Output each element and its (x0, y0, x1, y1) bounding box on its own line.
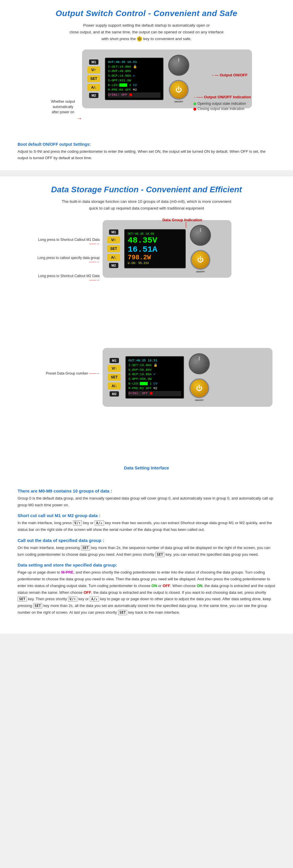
device1-lcd: SET:40.35 18.00 48.35V 16.51A 798.2W U-I… (124, 229, 186, 268)
key-a-down2: A/↓ (90, 596, 99, 602)
lcd-line-3: S-OVP:49.00V (108, 69, 160, 74)
ann-auto-power: Whether output automaticallyafter power … (44, 99, 82, 123)
device1-controls: ⏻ ON/OFF (190, 225, 211, 273)
lcd-line-1: OUT:48.35 16.51 (108, 60, 160, 65)
d2-lcd-5: S-OPP:958.0W (128, 377, 181, 382)
device1: M1 V/↑ SET A/↓ M2 SET:40.35 18.00 48.35V… (102, 220, 232, 278)
ann-left-col1: Long press to Shortcut Callout M1 Data —… (32, 238, 99, 282)
lcd-line-5: S-OPP:931.0W (108, 79, 160, 83)
lcd-main-w: 798.2W (128, 254, 182, 261)
key-set-3: SET (18, 596, 27, 602)
heading3: Call out the data of specified data grou… (18, 538, 275, 543)
power-icon: ⏻ (176, 87, 182, 93)
device2-set[interactable]: SET (108, 374, 121, 381)
device1-onoff[interactable]: ⏻ (191, 250, 210, 270)
key-v-up: V/↑ (73, 520, 82, 526)
text3: On the main interface, keep pressing SET… (18, 545, 275, 558)
device2-a[interactable]: A/↓ (108, 382, 121, 390)
rotary-knob[interactable] (168, 55, 189, 76)
key-set-4: SET (33, 603, 42, 609)
ann-specify: Long press to callout specify data group… (32, 256, 99, 264)
section2-subtitle: The built-in data storage function can s… (18, 198, 275, 212)
lcd-main-v: 48.35V (128, 236, 182, 245)
device2-m2: M2 (110, 391, 119, 397)
ann-m1-shortcut: Long press to Shortcut Callout M1 Data —… (32, 238, 99, 246)
d2-lcd-8: S=IN1: OFF (128, 391, 181, 396)
set-button[interactable]: SET (87, 75, 100, 82)
key-set-1: SET (81, 545, 90, 551)
device2: M1 V/↑ SET A/↓ M2 OUT:40.35 16.51 I-SET:… (102, 348, 272, 407)
device1-m2: M2 (109, 263, 118, 268)
lcd-line-6: B-LED:████ 4 CV (108, 83, 160, 88)
d2-lcd-4: S-OCP:19.00A ✔ (128, 372, 181, 377)
device1-v[interactable]: V/↑ (107, 237, 120, 244)
data-setting-label: Data Setting Interface (18, 465, 275, 470)
section1-title: Output Switch Control - Convenient and S… (18, 9, 275, 18)
m2-label: M2 (89, 93, 98, 98)
device1-onoff-label: ON/OFF (191, 271, 210, 273)
on-highlight2: ON (197, 584, 202, 588)
device2-controls: ⏻ ON/OFF (189, 353, 210, 402)
device1-m1: M1 (109, 229, 118, 235)
d2-lcd-7: M-PRE:M2 OFF M2 (128, 386, 181, 391)
off-highlight: OFF (163, 584, 170, 588)
lcd-main-a: 16.51A (128, 245, 182, 254)
d2-lcd-1: OUT:40.35 16.51 (128, 359, 181, 363)
device2-power-icon: ⏻ (196, 385, 202, 392)
device2-onoff[interactable]: ⏻ (189, 378, 209, 398)
on-highlight: ON (151, 584, 157, 588)
ann-m2-shortcut: Long press to Shortcut Callout M2 Data —… (32, 274, 99, 282)
m1-label: M1 (89, 59, 98, 65)
ann-preset: Preset Data Group number ——→ (32, 371, 99, 375)
boot-text: Adjust to S-INI and press the coding pot… (18, 148, 275, 161)
key-set-5: SET (118, 610, 127, 615)
lcd-top-line: SET:40.35 18.00 (128, 232, 182, 236)
heading2: Short cut call out M1 or M2 group data : (18, 513, 275, 518)
ann-indication: ←—— Output ON/OFF Indication Opening out… (194, 95, 252, 111)
device1-a[interactable]: A/↓ (107, 254, 120, 261)
device2-knob[interactable] (189, 353, 210, 374)
lcd-line-4: S-OCP:19.00A ✔ (108, 74, 160, 79)
heading1: There are M0-M9 contains 10 groups of da… (18, 489, 275, 493)
v-button[interactable]: V/↑ (87, 66, 100, 73)
key-v-up2: V/↑ (68, 596, 77, 602)
d2-lcd-2: I-SET:18.00A 🔒 (128, 363, 181, 368)
mpre-highlight: M-PRE (61, 570, 74, 575)
text2: In the main interface, long press V/↑ ke… (18, 520, 275, 533)
ann-output-onoff: ←— Output ON/OFF (211, 73, 249, 77)
boot-title: Boot default ON/OFF output Settings: (18, 142, 275, 147)
lcd-line-8: S=IN1: OFF (108, 92, 160, 98)
key-a-down: A/↓ (95, 520, 104, 526)
device2-onoff-label: ON/OFF (189, 399, 209, 402)
device2-lcd: OUT:40.35 16.51 I-SET:18.00A 🔒 S-OVP:58.… (125, 356, 184, 399)
text4: Page up or page down to M-PRE, and then … (18, 569, 275, 616)
text1: Group 0 is the default data group, and t… (18, 495, 275, 508)
device2-buttons: M1 V/↑ SET A/↓ M2 (108, 358, 121, 397)
device1-power-icon: ⏻ (197, 257, 204, 263)
device1-buttons: M1 V/↑ SET A/↓ M2 (107, 229, 120, 268)
key-set-2: SET (155, 552, 165, 557)
lcd-line-7: M-PRE:M2 OFF M2 (108, 88, 160, 92)
device1-set[interactable]: SET (107, 245, 120, 252)
onoff-button[interactable]: ⏻ (169, 80, 189, 100)
lcd-bottom-line: U-IN: 55.21V (128, 261, 182, 266)
device1-knob[interactable] (190, 225, 211, 246)
section1-subtitle: Power supply support setting the default… (18, 22, 275, 42)
lcd-display: OUT:48.35 16.51 I-SET:18.00A 🔒 S-OVP:49.… (105, 58, 164, 100)
off-highlight2: OFF (84, 590, 91, 595)
heading4: Data setting and store the specified dat… (18, 562, 275, 567)
d2-lcd-3: S-OVP:58.00V (128, 368, 181, 373)
lcd-line-2: I-SET:18.00A 🔒 (108, 65, 160, 69)
left-button-column: M1 V/↑ SET A/↓ M2 (87, 59, 100, 98)
device2-m1: M1 (110, 358, 119, 363)
section2-title: Data Storage Function - Convenient and E… (18, 185, 275, 194)
a-button[interactable]: A/↓ (87, 84, 100, 91)
onoff-label: ON/OFF (169, 100, 189, 103)
d2-lcd-6: B-LED:████ 1 CV (128, 382, 181, 386)
device2-v[interactable]: V/↑ (108, 365, 121, 372)
knob-area: ⏻ ON/OFF (168, 55, 189, 103)
